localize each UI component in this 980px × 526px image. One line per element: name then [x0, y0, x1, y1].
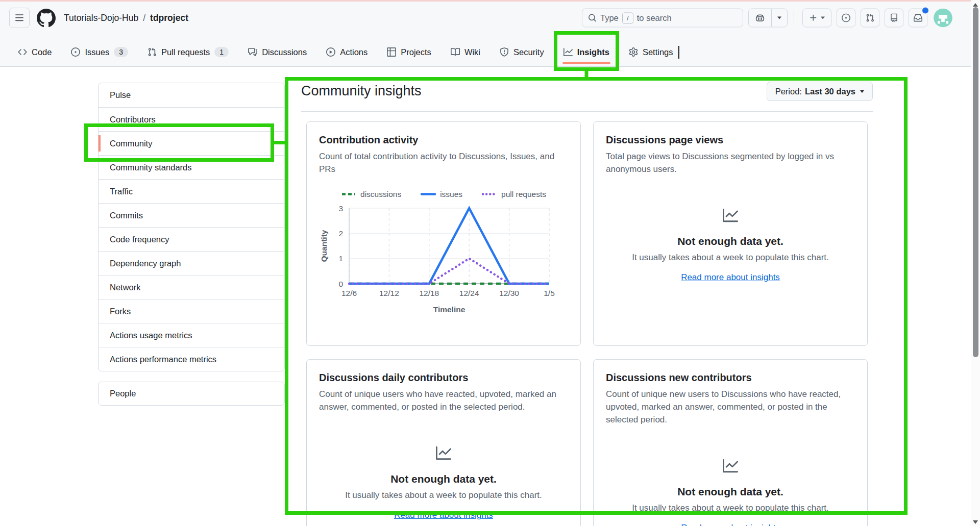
git-pull-request-icon	[866, 14, 874, 22]
counter-badge: 1	[214, 47, 229, 57]
code-icon	[18, 47, 27, 57]
sidebar-item-traffic[interactable]: Traffic	[99, 179, 284, 203]
empty-chart-state: Not enough data yet.It usually takes abo…	[319, 445, 568, 520]
line-chart-icon	[436, 445, 451, 461]
copilot-button[interactable]	[748, 9, 788, 28]
line-chart-icon	[723, 208, 738, 223]
sidebar-item-commits[interactable]: Commits	[99, 203, 284, 227]
tab-label: Security	[513, 47, 544, 57]
search-placeholder-suffix: to search	[637, 13, 672, 23]
read-more-about-insights-link[interactable]: Read more about insights	[681, 272, 780, 282]
svg-text:12/18: 12/18	[419, 289, 439, 297]
read-more-about-insights-link[interactable]: Read more about insights	[681, 523, 780, 526]
tab-label: Insights	[577, 47, 609, 57]
sidebar-item-dependency-graph[interactable]: Dependency graph	[99, 251, 284, 275]
copilot-icon[interactable]	[749, 9, 772, 27]
legend-item-issues[interactable]: issues	[421, 190, 462, 199]
scrollbar-down-arrow[interactable]	[973, 520, 978, 524]
tab-issues[interactable]: Issues3	[65, 38, 133, 66]
inbox-button[interactable]	[909, 9, 927, 28]
gear-icon	[629, 47, 638, 57]
user-avatar[interactable]	[934, 9, 952, 28]
plus-icon	[809, 14, 818, 22]
svg-text:3: 3	[338, 204, 343, 212]
sidebar-item-contributors[interactable]: Contributors	[99, 107, 284, 131]
tab-label: Pull requests	[161, 47, 210, 57]
github-logo-icon[interactable]	[37, 9, 56, 28]
tab-insights[interactable]: Insights	[558, 38, 615, 66]
sidebar-item-actions-performance-metrics[interactable]: Actions performance metrics	[99, 347, 284, 371]
tab-label: Projects	[401, 47, 431, 57]
sidebar-item-code-frequency[interactable]: Code frequency	[99, 227, 284, 251]
scrollbar[interactable]	[971, 0, 980, 526]
svg-text:12/24: 12/24	[459, 289, 479, 297]
empty-subtext: It usually takes about a week to populat…	[606, 253, 855, 263]
card-discussions-page-views: Discussions page viewsTotal page views t…	[593, 121, 868, 346]
sidebar-item-actions-usage-metrics[interactable]: Actions usage metrics	[99, 323, 284, 347]
tab-label: Issues	[85, 47, 109, 57]
copilot-dropdown-caret[interactable]	[772, 9, 787, 27]
empty-heading: Not enough data yet.	[319, 473, 568, 485]
main-header: Community insights Period: Last 30 days	[301, 81, 873, 112]
card-title: Discussions page views	[606, 134, 855, 146]
card-discussions-new-contributors: Discussions new contributorsCount of uni…	[593, 359, 868, 526]
shield-icon	[500, 47, 509, 57]
sidebar-item-pulse[interactable]: Pulse	[99, 83, 284, 107]
legend-item-pull-requests[interactable]: pull requests	[482, 190, 546, 199]
card-title: Discussions new contributors	[606, 372, 855, 384]
issue-opened-icon	[71, 47, 80, 57]
sidebar-item-label: Network	[110, 283, 141, 292]
tab-security[interactable]: Security	[494, 38, 550, 66]
global-pull-requests-button[interactable]	[861, 9, 879, 28]
sidebar-item-forks[interactable]: Forks	[99, 299, 284, 323]
legend-label: discussions	[360, 190, 401, 199]
tab-code[interactable]: Code	[12, 38, 57, 66]
scrollbar-thumb[interactable]	[973, 7, 978, 357]
scrollbar-up-arrow[interactable]	[973, 3, 978, 7]
legend-item-discussions[interactable]: discussions	[341, 190, 401, 199]
card-description: Count of unique users who have reacted, …	[319, 388, 568, 414]
tab-projects[interactable]: Projects	[381, 38, 437, 66]
sidebar-item-network[interactable]: Network	[99, 275, 284, 299]
empty-heading: Not enough data yet.	[606, 486, 855, 498]
tab-wiki[interactable]: Wiki	[445, 38, 486, 66]
header-actions	[802, 9, 952, 28]
notification-dot	[921, 7, 929, 15]
search-icon	[588, 14, 597, 22]
sidebar-item-community[interactable]: Community	[99, 131, 284, 155]
sidebar-item-label: Code frequency	[110, 235, 169, 244]
period-dropdown[interactable]: Period: Last 30 days	[767, 82, 873, 101]
create-new-button[interactable]	[802, 9, 831, 28]
tab-label: Code	[32, 47, 52, 57]
sidebar-item-label: Dependency graph	[110, 259, 181, 268]
search-input[interactable]: Type / to search	[582, 9, 743, 28]
read-more-about-insights-link[interactable]: Read more about insights	[394, 510, 493, 520]
tab-actions[interactable]: Actions	[321, 38, 373, 66]
tab-discussions[interactable]: Discussions	[242, 38, 312, 66]
tab-pull-requests[interactable]: Pull requests1	[142, 38, 234, 66]
hamburger-icon	[15, 13, 24, 22]
hamburger-menu-button[interactable]	[9, 8, 30, 28]
svg-text:Quantity: Quantity	[320, 230, 328, 262]
card-contribution-activity: Contribution activityCount of total cont…	[306, 121, 581, 346]
global-issues-button[interactable]	[837, 9, 855, 28]
app-header: Tutorials-Dojo-Hub / tdproject Type / to…	[0, 2, 971, 34]
breadcrumb-repo[interactable]: tdproject	[150, 13, 188, 23]
legend-swatch	[341, 192, 356, 196]
card-description: Count of total contribution activity to …	[319, 151, 568, 176]
sidebar-item-label: Actions usage metrics	[110, 331, 192, 340]
period-value: Last 30 days	[805, 87, 855, 96]
legend-swatch	[421, 192, 436, 196]
search-placeholder-prefix: Type	[600, 13, 619, 23]
inbox-icon	[914, 14, 922, 22]
sidebar-item-label: Pulse	[110, 90, 131, 100]
contribution-activity-chart: discussionsissuespull requests012312/612…	[319, 190, 568, 315]
tab-label: Actions	[340, 47, 368, 57]
sidebar-item-people[interactable]: People	[98, 382, 285, 406]
counter-badge: 3	[114, 47, 128, 57]
tab-settings[interactable]: Settings	[623, 38, 685, 66]
breadcrumb-owner[interactable]: Tutorials-Dojo-Hub	[64, 13, 138, 23]
repositories-button[interactable]	[885, 9, 903, 28]
sidebar-item-community-standards[interactable]: Community standards	[99, 155, 284, 179]
insights-cards: Contribution activityCount of total cont…	[306, 121, 868, 526]
